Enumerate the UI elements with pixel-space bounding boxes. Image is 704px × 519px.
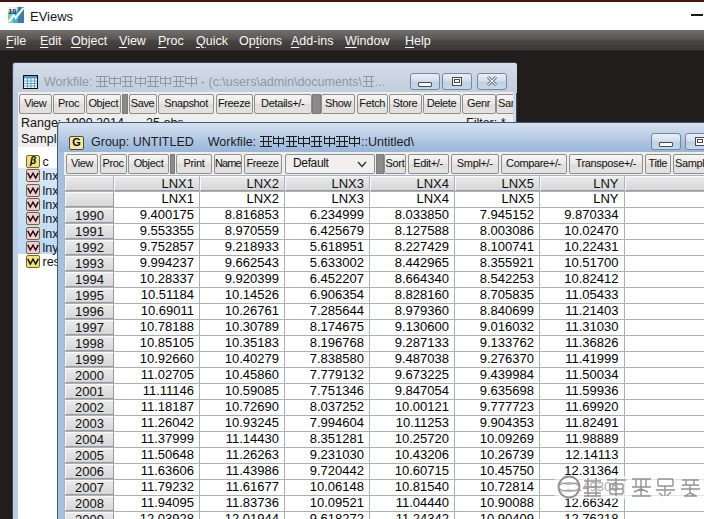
svg-text:10: 10 [8, 7, 16, 16]
